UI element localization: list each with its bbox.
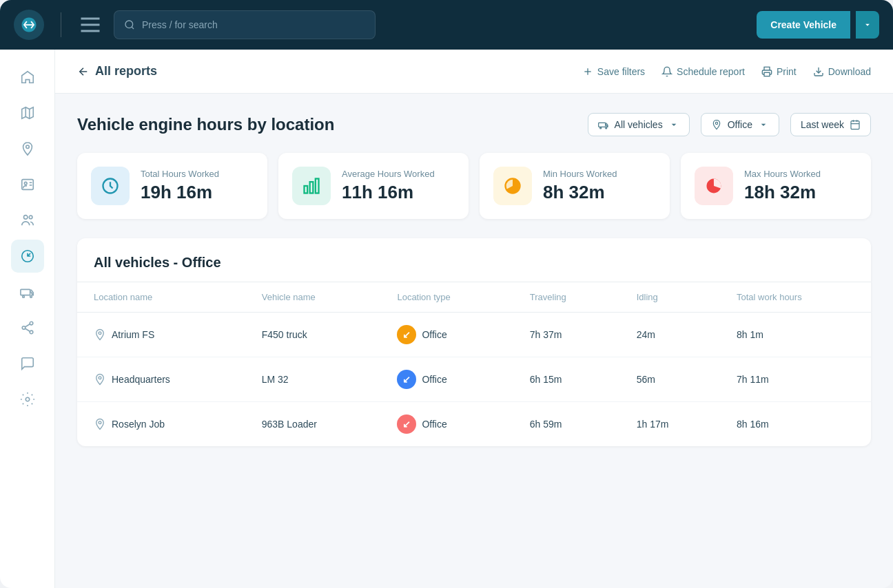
location-filter-button[interactable]: Office [701, 113, 779, 136]
svg-point-32 [715, 122, 717, 124]
stat-icon-total [91, 167, 130, 205]
sidebar-item-reports[interactable] [11, 240, 44, 273]
content-area: All reports Save filters Schedule report… [55, 50, 893, 588]
cell-type-2: ↙ Office [380, 402, 513, 447]
print-button[interactable]: Print [761, 66, 797, 77]
main-layout: All reports Save filters Schedule report… [0, 50, 893, 588]
svg-point-16 [22, 296, 24, 298]
stat-value-average: 11h 16m [342, 182, 455, 203]
create-vehicle-button[interactable]: Create Vehicle [757, 11, 850, 39]
create-vehicle-dropdown[interactable] [856, 11, 879, 39]
sidebar-item-home[interactable] [11, 61, 44, 94]
location-pin-icon [94, 373, 106, 386]
cell-total-0: 8h 1m [720, 313, 871, 357]
svg-rect-27 [764, 72, 770, 76]
sidebar [0, 50, 55, 588]
calendar-icon [850, 119, 861, 130]
report-content: Vehicle engine hours by location All veh… [55, 94, 893, 465]
truck-icon [598, 119, 609, 130]
col-header-vehicle: Vehicle name [245, 282, 381, 313]
svg-rect-33 [851, 121, 859, 129]
cell-vehicle-0: F450 truck [245, 313, 381, 357]
cell-idling-2: 1h 17m [620, 402, 720, 447]
stat-info-average: Average Hours Worked 11h 16m [342, 169, 455, 203]
svg-point-3 [125, 21, 133, 28]
sidebar-item-messages[interactable] [11, 347, 44, 380]
svg-point-45 [99, 377, 101, 379]
cell-traveling-2: 6h 59m [513, 402, 620, 447]
back-link[interactable]: All reports [77, 64, 157, 78]
report-title-row: Vehicle engine hours by location All veh… [77, 113, 871, 136]
chevron-down-icon [668, 119, 679, 130]
stat-icon-max [695, 167, 733, 205]
location-pin-icon [94, 418, 106, 430]
type-badge-2: ↙ [397, 414, 416, 434]
plus-icon [582, 66, 593, 77]
sidebar-item-vehicles[interactable] [11, 275, 44, 308]
sidebar-item-drivers[interactable] [11, 168, 44, 201]
table-section-title: All vehicles - Office [77, 238, 871, 282]
date-filter-label: Last week [801, 119, 844, 130]
bell-icon [661, 66, 673, 77]
stat-label-average: Average Hours Worked [342, 169, 455, 179]
col-header-type: Location type [380, 282, 513, 313]
stat-icon-average [292, 167, 331, 205]
stat-info-max: Max Hours Worked 18h 32m [744, 169, 857, 203]
type-badge-0: ↙ [397, 325, 416, 344]
cell-vehicle-1: LM 32 [245, 357, 381, 402]
cell-traveling-1: 6h 15m [513, 357, 620, 402]
back-arrow-icon [77, 65, 90, 78]
topnav: Create Vehicle [0, 0, 893, 50]
chevron-down-icon-2 [758, 119, 769, 130]
vehicles-filter-button[interactable]: All vehicles [588, 113, 690, 136]
cell-total-2: 8h 16m [720, 402, 871, 447]
svg-point-23 [25, 397, 30, 401]
svg-rect-39 [310, 182, 314, 193]
table-row: Roselyn Job 963B Loader ↙ Office 6h 59m … [77, 402, 871, 447]
col-header-location: Location name [77, 282, 245, 313]
stat-label-total: Total Hours Worked [141, 169, 254, 179]
cell-total-1: 7h 11m [720, 357, 871, 402]
logo [14, 10, 44, 40]
svg-point-19 [22, 326, 25, 330]
table-row: Headquarters LM 32 ↙ Office 6h 15m 56m 7… [77, 357, 871, 402]
sidebar-item-share[interactable] [11, 311, 44, 344]
page-header: All reports Save filters Schedule report… [55, 50, 893, 94]
location-filter-label: Office [728, 119, 752, 130]
date-filter-button[interactable]: Last week [790, 113, 871, 136]
stat-value-min: 8h 32m [543, 182, 656, 203]
save-filters-button[interactable]: Save filters [582, 66, 645, 77]
printer-icon [761, 66, 772, 77]
hamburger-button[interactable] [78, 12, 103, 37]
stats-grid: Total Hours Worked 19h 16m Average [77, 153, 871, 219]
svg-point-12 [23, 216, 28, 220]
sidebar-item-map[interactable] [11, 96, 44, 129]
data-table: Location name Vehicle name Location type… [77, 282, 871, 446]
cell-vehicle-2: 963B Loader [245, 402, 381, 447]
col-header-total: Total work hours [720, 282, 871, 313]
cell-location-0: Atrium FS [77, 313, 245, 357]
sidebar-item-location[interactable] [11, 132, 44, 165]
sidebar-item-users[interactable] [11, 204, 44, 237]
cell-location-2: Roselyn Job [77, 402, 245, 447]
search-input[interactable] [142, 19, 365, 30]
svg-line-4 [132, 27, 134, 29]
svg-point-44 [99, 332, 101, 335]
cell-traveling-0: 7h 37m [513, 313, 620, 357]
download-button[interactable]: Download [813, 66, 871, 77]
page-title: All reports [95, 64, 157, 78]
svg-point-7 [25, 145, 29, 149]
col-header-traveling: Traveling [513, 282, 620, 313]
svg-point-17 [30, 296, 32, 298]
nav-actions: Create Vehicle [757, 11, 879, 39]
download-icon [813, 66, 824, 77]
cell-location-1: Headquarters [77, 357, 245, 402]
sidebar-item-settings[interactable] [11, 383, 44, 416]
cell-type-0: ↙ Office [380, 313, 513, 357]
stat-card-max: Max Hours Worked 18h 32m [681, 153, 871, 219]
search-bar [114, 10, 376, 39]
table-section: All vehicles - Office Location name Vehi… [77, 238, 871, 446]
schedule-report-button[interactable]: Schedule report [661, 66, 745, 77]
cell-idling-0: 24m [620, 313, 720, 357]
svg-point-13 [29, 216, 32, 219]
